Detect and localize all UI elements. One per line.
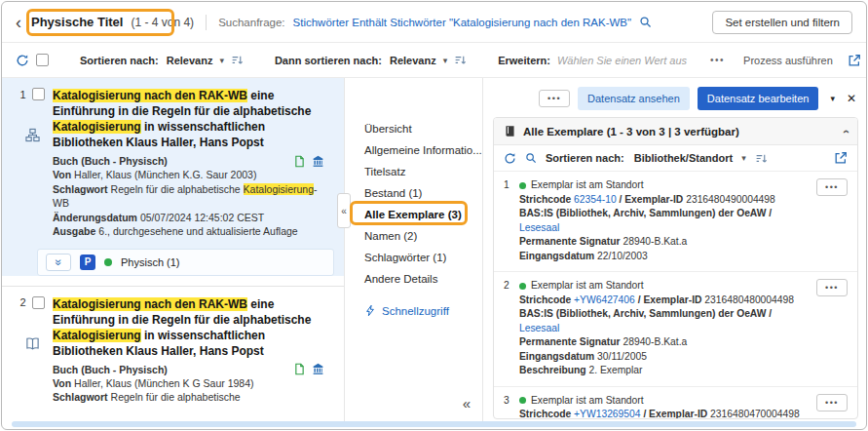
record-details-pane: ••• Datensatz ansehen Datensatz bearbeit… [483,78,866,421]
alma-repository-search-window: ‹ Physische Titel (1 - 4 von 4) Suchanfr… [1,1,867,430]
datensatz-ansehen-button[interactable]: Datensatz ansehen [578,87,690,110]
record-more-actions-button[interactable]: ••• [539,90,570,107]
nav-item-alle-exemplare[interactable]: Alle Exemplare (3) [364,209,482,221]
library-name: BAS:IS (Bibliothek, Archiv, Sammlungen) … [519,208,772,218]
barcode-label: Strichcode [519,194,571,205]
result-item-1[interactable]: 1 Katalogisierung nach den RAK-WB eine E… [2,78,344,276]
description-line: Beschreibung 2. Exemplar [519,364,809,378]
sort-label: Sortieren nach: [80,55,159,66]
availability-chip[interactable]: Physisch (1) [121,256,180,268]
then-sort-dropdown[interactable]: Relevanz [390,55,436,66]
select-all-checkbox[interactable] [36,54,49,66]
barcode-line: Strichcode 62354-10 / Exemplar-ID 231648… [519,193,809,208]
exemplar-more-button[interactable]: ••• [816,279,848,296]
nav-item-allgemeine-informationen[interactable]: Allgemeine Informatio... [364,144,482,157]
result-gutter: 2 [12,296,53,405]
card-header: Alle Exemplare (1 - 3 von 3 | 3 verfügba… [494,118,857,145]
nav-item-bestand[interactable]: Bestand (1) [364,187,482,200]
received-label: Eingangsdatum [519,351,594,362]
content-area: 1 Katalogisierung nach den RAK-WB eine E… [2,78,866,421]
nav-item-namen[interactable]: Namen (2) [364,230,482,243]
highlight-term: Katalogisierung [53,329,141,342]
export-icon[interactable] [834,151,848,165]
sort-dropdown[interactable]: Relevanz [167,55,213,66]
library-line: BAS:IS (Bibliothek, Archiv, Sammlungen) … [519,307,809,335]
library-icon[interactable] [312,155,324,168]
author-value: Haller, Klaus (München K G Saur 1984) [74,377,253,389]
result-title[interactable]: Katalogisierung nach den RAK-WB eine Ein… [53,296,332,359]
result-body: Katalogisierung nach den RAK-WB eine Ein… [53,296,336,405]
alle-exemplare-card: Alle Exemplare (1 - 3 von 3 | 3 verfügba… [493,117,858,419]
run-process-button[interactable]: Prozess ausführen [743,55,833,66]
more-actions-button[interactable]: ••• [710,55,725,65]
set-erstellen-und-filtern-button[interactable]: Set erstellen und filtern [712,11,852,34]
status-dot-icon [519,397,526,404]
exemplar-body: Exemplar ist am Standort Strichcode 6235… [519,178,809,263]
close-icon[interactable]: ✕ [847,92,856,105]
exemplar-more-button[interactable]: ••• [816,394,848,411]
result-item-2[interactable]: 2 Katalogisierung nach den RAK-WB eine E… [2,286,344,409]
expand-label: Erweitern: [498,55,550,66]
barcode-link[interactable]: +YW13269504 [574,409,640,419]
query-link[interactable]: Stichwörter Enthält Stichwörter "Katalog… [293,17,632,28]
result-index: 1 [19,89,25,100]
nav-item-uebersicht[interactable]: Übersicht [364,123,482,136]
status-line: Exemplar ist am Standort [519,394,809,409]
result-index: 2 [19,296,25,308]
search-edit-icon[interactable] [639,16,652,28]
expand-availability-button[interactable]: » [46,254,71,271]
result-checkbox[interactable] [32,88,45,100]
barcode-link[interactable]: 62354-10 [574,194,617,205]
sort-order-icon[interactable] [755,152,768,165]
back-chevron-icon[interactable]: ‹ [16,14,21,31]
sort-dropdown[interactable]: Bibliothek/Standort [634,152,733,164]
exemplar-id-label: / Exemplar-ID [619,194,683,205]
signature-label: Permanente Signatur [519,236,621,247]
result-title[interactable]: Katalogisierung nach den RAK-WB eine Ein… [53,88,332,150]
nav-item-titelsatz[interactable]: Titelsatz [364,166,482,178]
edition-line: Ausgabe6., durchgesehene und aktualisier… [53,224,332,239]
physical-availability-icon[interactable] [293,363,306,375]
query-label: Suchanfrage: [218,17,284,28]
location-link[interactable]: Lesesaal [519,323,559,333]
highlight-term: Katalogisierung nach den RAK-WB [53,297,247,311]
expand-select[interactable]: Wählen Sie einen Wert aus [557,55,687,66]
double-chevron-icon: » [53,258,64,265]
library-icon[interactable] [312,363,324,375]
exemplar-index: 3 [504,394,519,420]
refresh-icon[interactable] [16,54,29,67]
author-line: VonHaller, Klaus (München K.G. Saur 2003… [53,168,332,182]
signature-line: Permanente Signatur 28940-B.Kat.a [519,235,809,250]
collapse-panel-handle[interactable]: « [337,193,351,228]
availability-row: » P Physisch (1) [37,249,334,276]
barcode-link[interactable]: +YW6427406 [574,294,635,305]
card-title: Alle Exemplare (1 - 3 von 3 | 3 verfügba… [523,126,739,137]
result-body: Katalogisierung nach den RAK-WB eine Ein… [53,88,336,239]
sort-order-icon[interactable] [454,54,467,66]
subject-pre: Regeln für die alphabetische [111,391,241,403]
export-icon[interactable] [848,54,861,67]
result-gutter: 1 [12,88,53,239]
material-type: Buch (Buch - Physisch) [53,154,168,168]
nav-item-schlagwoerter[interactable]: Schlagwörter (1) [364,252,482,264]
exemplar-id-label: / Exemplar-ID [643,409,707,419]
results-toolbar: Sortieren nach: Relevanz ▾ Dann sortiere… [2,43,866,78]
sort-order-icon[interactable] [231,54,244,66]
author-value: Haller, Klaus (München K.G. Saur 2003) [74,169,256,180]
topbar: ‹ Physische Titel (1 - 4 von 4) Suchanfr… [2,2,866,43]
collapse-details-pane-button[interactable]: « [463,395,471,411]
nav-item-andere-details[interactable]: Andere Details [364,273,482,286]
datensatz-bearbeiten-button[interactable]: Datensatz bearbeiten [698,87,819,110]
refresh-icon[interactable] [504,152,516,165]
exemplar-more-button[interactable]: ••• [816,178,848,196]
edition-value: 6., durchgesehene und aktualisierte Aufl… [98,225,297,237]
chevron-down-icon[interactable]: ▾ [830,94,835,103]
search-icon[interactable] [525,152,537,164]
location-link[interactable]: Lesesaal [519,222,559,233]
horizontal-scrollbar[interactable] [12,421,856,427]
result-checkbox[interactable] [32,296,45,309]
quick-access-link[interactable]: Schnellzugriff [364,304,482,317]
physical-availability-icon[interactable] [293,155,306,168]
collapse-section-icon[interactable]: › [840,130,851,134]
lightning-icon [364,304,376,317]
